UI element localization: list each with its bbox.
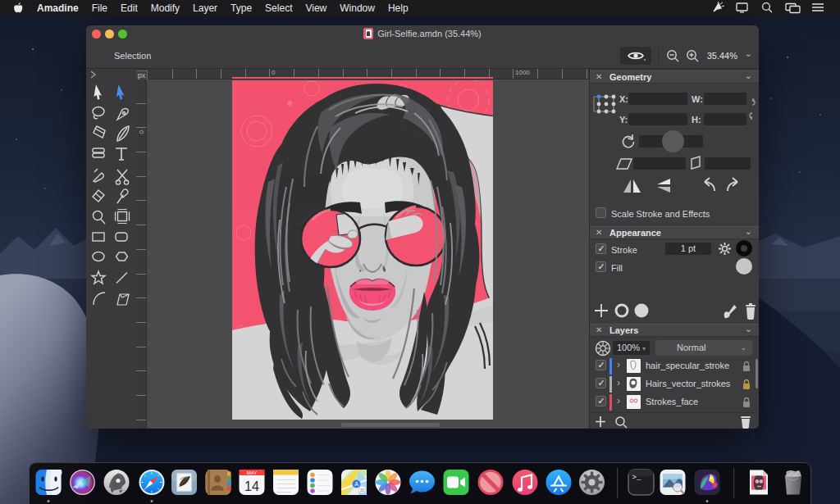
svg-text:>_: >_ [632,474,641,482]
svg-text:A: A [354,481,358,487]
svg-text:MAY: MAY [247,470,258,475]
svg-text:30: 30 [360,488,365,493]
svg-text:14: 14 [244,479,259,493]
